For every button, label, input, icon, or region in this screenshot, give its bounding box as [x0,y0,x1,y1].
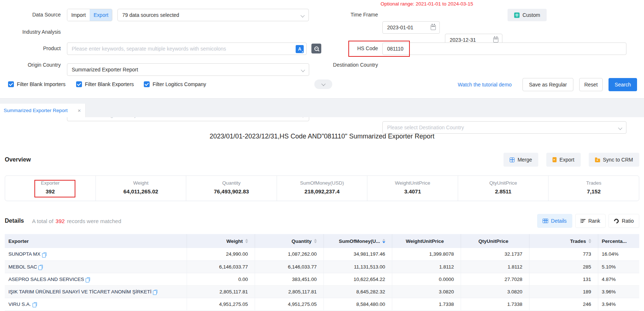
import-export-toggle: Import Export [67,9,112,21]
start-date-input[interactable]: 2023-01-01 [382,21,440,34]
calendar-icon [493,37,498,42]
custom-range-icon [514,12,520,18]
sort-icon[interactable] [314,239,317,243]
quantity-cell: 6,146,033.77 [255,260,323,273]
sync-to-crm-button[interactable]: Sync to CRM [589,153,639,167]
tutorial-link[interactable]: Watch the tutorial demo [458,78,512,91]
save-as-regular-button[interactable]: Save as Regular [523,78,573,91]
export-button[interactable]: Export [546,153,580,167]
copy-icon[interactable] [40,265,43,269]
industry-analysis-select[interactable]: Summarized Exporter Report [67,63,309,76]
stat-weight-unit-price: WeightUnitPrice 3.4071 [367,176,458,201]
product-keywords-input[interactable]: Please enter keywords, separate multiple… [67,42,307,55]
weight-unit-price-cell: 3.0820 [392,285,461,298]
screen: Data Source Import Export 79 data source… [0,0,644,311]
data-sources-select[interactable]: 79 data sources selected [117,9,309,21]
column-header-qty-unit-price: QtyUnitPrice [461,234,529,248]
percentage-cell: 3.96% [598,285,639,298]
view-ratio-button[interactable]: Ratio [609,214,639,228]
tab-strip: Summarized Exporter Report × [0,98,644,117]
weight-cell: 0.00 [187,273,255,285]
exporter-name: SUNOPTA MX [8,251,41,257]
column-header-quantity[interactable]: Quantity [255,234,323,248]
table-header-row: Exporter Weight Quantity SumOfMoney(U... [5,234,639,248]
tab-summarized-exporter-report[interactable]: Summarized Exporter Report × [0,104,86,117]
weight-unit-price-cell: 1.7338 [392,298,461,310]
weight-unit-price-cell: 0.0000 [392,273,461,285]
stat-qty-unit-price: QtyUnitPrice 2.8511 [458,176,548,201]
sum-of-money-cell: 11,131,513.00 [323,260,392,273]
copy-icon[interactable] [34,302,37,306]
export-toggle[interactable]: Export [90,9,112,21]
industry-analysis-label: Industry Analysis [0,26,61,38]
sort-icon[interactable] [245,239,248,243]
details-table: Exporter Weight Quantity SumOfMoney(U... [5,234,639,311]
column-header-weight[interactable]: Weight [187,234,255,248]
sort-icon[interactable] [588,239,591,243]
merge-grid-icon [510,158,514,162]
sum-of-money-cell: 10,622,654.22 [323,273,392,285]
bar-chart-icon [581,219,585,223]
copy-icon[interactable] [154,290,157,293]
quantity-cell: 383,451.00 [255,273,323,285]
stat-quantity: Quantity 76,493,902.83 [186,176,277,201]
table-row: MEBOL SAC 6,146,033.77 6,146,033.77 11,1… [5,260,639,273]
stat-trades: Trades 7,152 [548,176,639,201]
sum-of-money-cell: 8,645,282.32 [323,285,392,298]
export-document-icon [553,157,557,162]
sum-of-money-cell: 34,981,197.46 [323,248,392,260]
quantity-cell: 1,087,262.00 [255,248,323,260]
qty-unit-price-cell: 32.1737 [461,248,529,260]
trades-cell: 131 [529,273,598,285]
reset-button[interactable]: Reset [579,78,603,91]
view-rank-button[interactable]: Rank [575,214,606,228]
record-count: 392 [53,218,67,224]
column-header-exporter: Exporter [5,234,187,248]
data-source-label: Data Source [0,9,61,21]
search-button[interactable]: Search [609,78,637,91]
import-toggle[interactable]: Import [67,9,90,21]
exporter-name: VIRU S.A. [8,301,31,307]
view-details-button[interactable]: Details [537,214,572,228]
report-title: 2023/01/01-2023/12/31,HS Code AND"081110… [0,133,644,140]
optional-range-text: Optional range: 2021-01-01 to 2024-03-15 [381,1,473,7]
checkbox-checked-icon [8,81,14,87]
exporter-name: MEBOL SAC [8,264,37,270]
percentage-cell: 4.87% [598,273,639,285]
custom-range-button[interactable]: Custom [508,9,547,21]
overview-stats-panel: Exporter 392 Weight 64,011,265.02 Quanti… [5,175,639,201]
product-label: Product [0,42,61,55]
collapse-filters-button[interactable] [314,79,332,89]
trades-cell: 189 [529,285,598,298]
records-matched-text: A total of392records were matched [32,218,121,224]
chevron-down-icon [321,82,325,86]
copy-icon[interactable] [87,277,90,281]
percentage-cell: 3.94% [598,298,639,310]
close-icon[interactable]: × [78,107,81,114]
sort-icon-descending[interactable] [382,239,385,243]
weight-cell: 2,805,117.81 [187,285,255,298]
filter-blank-importers-checkbox[interactable]: Filter Blank Importers [8,81,65,87]
quantity-cell: 4,951,275.05 [255,298,323,310]
percentage-cell: 16.04% [598,248,639,260]
column-header-trades[interactable]: Trades [529,234,598,248]
filter-logistics-company-checkbox[interactable]: Filter Logitics Company [144,81,206,87]
filter-panel: Data Source Import Export 79 data source… [0,0,644,98]
trades-cell: 773 [529,248,598,260]
copy-icon[interactable] [44,252,46,256]
qty-unit-price-cell: 27.7028 [461,273,529,285]
column-header-sum-of-money[interactable]: SumOfMoney(U... [323,234,392,248]
filter-blank-exporters-checkbox[interactable]: Filter Blank Exporters [76,81,134,87]
stat-exporter: Exporter 392 [5,176,96,201]
quantity-cell: 2,805,117.81 [255,285,323,298]
table-row: IŞIK TARIM ÜRÜNLERİ SANAYİ VE TİCARET AN… [5,285,639,298]
time-frame-label: Time Frame [300,9,378,21]
trades-cell: 285 [529,260,598,273]
weight-cell: 6,146,033.77 [187,260,255,273]
hs-code-input[interactable]: 081110 [382,42,626,55]
merge-button[interactable]: Merge [503,153,538,167]
pie-chart-icon [613,218,620,224]
trades-cell: 246 [529,298,598,310]
qty-unit-price-cell: 1.7338 [461,298,529,310]
weight-unit-price-cell: 1.8112 [392,260,461,273]
